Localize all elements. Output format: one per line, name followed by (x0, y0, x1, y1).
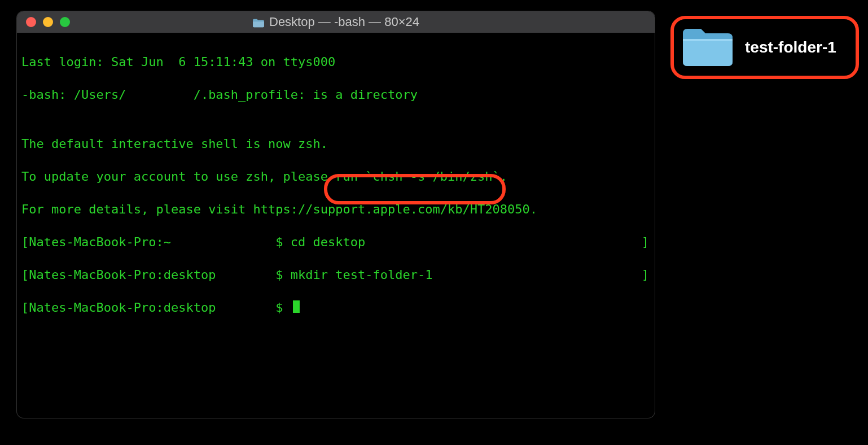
cursor (293, 300, 300, 313)
minimize-button[interactable] (43, 17, 53, 27)
highlight-ring-folder: test-folder-1 (670, 16, 859, 79)
titlebar[interactable]: Desktop — -bash — 80×24 (17, 11, 655, 33)
screenshot-root: Desktop — -bash — 80×24 Last login: Sat … (0, 0, 868, 445)
terminal-window[interactable]: Desktop — -bash — 80×24 Last login: Sat … (17, 11, 655, 418)
window-title-text: Desktop — -bash — 80×24 (269, 15, 419, 29)
terminal-line: -bash: /Users/ /.bash_profile: is a dire… (21, 86, 650, 103)
close-bracket: ] (642, 234, 649, 250)
command-text: mkdir test-folder-1 (291, 268, 433, 282)
folder-icon[interactable] (681, 25, 735, 69)
prompt: [Nates-MacBook-Pro:desktop $ (21, 300, 291, 315)
close-button[interactable] (26, 17, 36, 27)
prompt-line: [Nates-MacBook-Pro:~ $ cd desktop] (21, 234, 650, 250)
terminal-line: For more details, please visit https://s… (21, 201, 650, 217)
terminal-body[interactable]: Last login: Sat Jun 6 15:11:43 on ttys00… (17, 33, 655, 369)
traffic-lights (26, 17, 70, 27)
svg-rect-0 (683, 39, 733, 41)
terminal-line: The default interactive shell is now zsh… (21, 136, 650, 152)
prompt: [Nates-MacBook-Pro:desktop $ (21, 268, 291, 282)
window-title: Desktop — -bash — 80×24 (17, 15, 655, 29)
close-bracket: ] (642, 267, 649, 283)
folder-icon (252, 17, 265, 27)
prompt-line: [Nates-MacBook-Pro:desktop $ (21, 299, 650, 316)
folder-label[interactable]: test-folder-1 (745, 38, 836, 56)
maximize-button[interactable] (60, 17, 70, 27)
prompt: [Nates-MacBook-Pro:~ $ (21, 235, 291, 249)
terminal-line: Last login: Sat Jun 6 15:11:43 on ttys00… (21, 54, 650, 70)
command-text: cd desktop (291, 235, 365, 249)
terminal-line: To update your account to use zsh, pleas… (21, 168, 650, 185)
prompt-line: [Nates-MacBook-Pro:desktop $ mkdir test-… (21, 267, 650, 283)
